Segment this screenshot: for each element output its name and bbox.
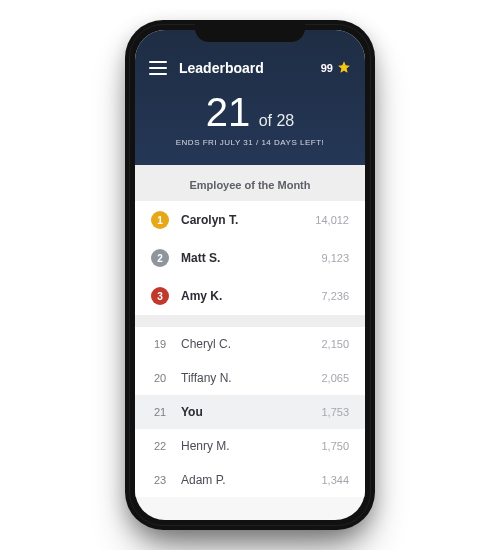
leaderboard-header: Leaderboard 99 21 of 28 ENDS FRI JULY 31… xyxy=(135,30,365,165)
rank-summary: 21 of 28 ENDS FRI JULY 31 / 14 DAYS LEFT… xyxy=(135,84,365,151)
list-item[interactable]: 1 Carolyn T. 14,012 xyxy=(135,201,365,239)
rank-number: 21 xyxy=(151,406,169,418)
rank-total: 28 xyxy=(276,112,294,129)
rank-number: 20 xyxy=(151,372,169,384)
player-score: 1,344 xyxy=(321,474,349,486)
rank-badge-bronze: 3 xyxy=(151,287,169,305)
phone-notch xyxy=(195,20,305,42)
player-name: Tiffany N. xyxy=(181,371,321,385)
top-bar: Leaderboard 99 xyxy=(135,56,365,84)
player-name: You xyxy=(181,405,321,419)
list-item[interactable]: 20 Tiffany N. 2,065 xyxy=(135,361,365,395)
player-score: 1,753 xyxy=(321,406,349,418)
player-name: Cheryl C. xyxy=(181,337,321,351)
list-divider xyxy=(135,315,365,327)
rank-badge-silver: 2 xyxy=(151,249,169,267)
player-score: 14,012 xyxy=(315,214,349,226)
top-three-list: 1 Carolyn T. 14,012 2 Matt S. 9,123 3 Am… xyxy=(135,201,365,315)
section-title: Employee of the Month xyxy=(135,165,365,201)
player-name: Matt S. xyxy=(181,251,321,265)
nearby-list: 19 Cheryl C. 2,150 20 Tiffany N. 2,065 2… xyxy=(135,327,365,497)
points-badge[interactable]: 99 xyxy=(321,60,351,76)
player-name: Carolyn T. xyxy=(181,213,315,227)
list-item[interactable]: 23 Adam P. 1,344 xyxy=(135,463,365,497)
player-name: Adam P. xyxy=(181,473,321,487)
app-screen: Leaderboard 99 21 of 28 ENDS FRI JULY 31… xyxy=(135,30,365,520)
rank-badge-gold: 1 xyxy=(151,211,169,229)
list-item[interactable]: 19 Cheryl C. 2,150 xyxy=(135,327,365,361)
rank-number: 22 xyxy=(151,440,169,452)
rank-number: 23 xyxy=(151,474,169,486)
rank-subtitle: ENDS FRI JULY 31 / 14 DAYS LEFT! xyxy=(135,138,365,147)
menu-icon[interactable] xyxy=(149,61,167,75)
player-name: Amy K. xyxy=(181,289,321,303)
star-icon xyxy=(337,60,351,76)
player-score: 2,150 xyxy=(321,338,349,350)
list-item[interactable]: 2 Matt S. 9,123 xyxy=(135,239,365,277)
page-title: Leaderboard xyxy=(179,60,321,76)
rank-current: 21 xyxy=(206,92,251,132)
player-score: 1,750 xyxy=(321,440,349,452)
list-item[interactable]: 22 Henry M. 1,750 xyxy=(135,429,365,463)
phone-frame: Leaderboard 99 21 of 28 ENDS FRI JULY 31… xyxy=(125,20,375,530)
player-score: 7,236 xyxy=(321,290,349,302)
player-score: 2,065 xyxy=(321,372,349,384)
player-name: Henry M. xyxy=(181,439,321,453)
rank-of-label: of xyxy=(259,112,272,129)
list-item-you[interactable]: 21 You 1,753 xyxy=(135,395,365,429)
player-score: 9,123 xyxy=(321,252,349,264)
points-value: 99 xyxy=(321,62,333,74)
list-item[interactable]: 3 Amy K. 7,236 xyxy=(135,277,365,315)
rank-number: 19 xyxy=(151,338,169,350)
